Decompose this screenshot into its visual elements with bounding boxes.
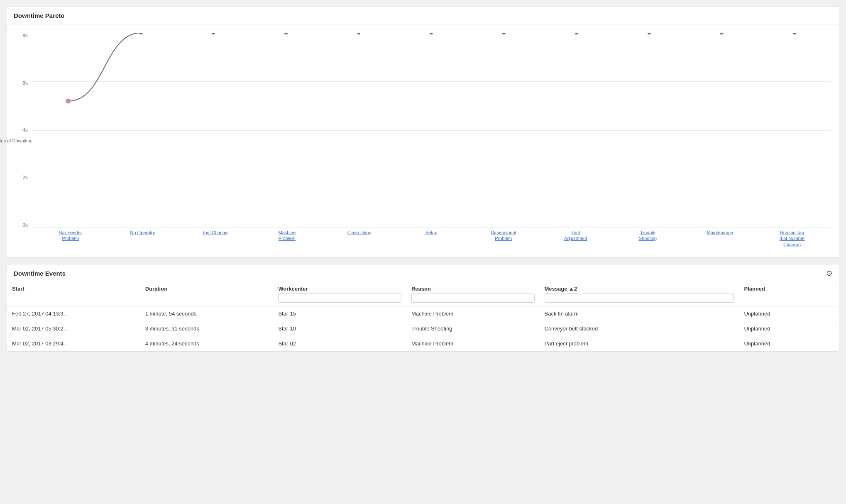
col-label: Message ▲2	[545, 286, 577, 292]
y-axis-label: Minutes of Downtime	[0, 138, 32, 143]
x-label[interactable]: DimensionalProblem	[469, 228, 538, 253]
cell-reason: Machine Problem	[406, 306, 540, 321]
download-icon[interactable]: ⊙	[826, 269, 832, 278]
cell-planned: Unplanned	[739, 321, 839, 336]
x-label[interactable]: Routing Tag(Lot NumberChange)	[758, 228, 826, 253]
cell-start: Mar 02, 2017 05:30:2...	[7, 321, 140, 336]
table-row: Mar 02, 2017 03:29:4...4 minutes, 24 sec…	[7, 336, 839, 351]
x-label[interactable]: ToolAdjustment	[541, 228, 610, 253]
x-label[interactable]: Tool Change	[181, 228, 249, 253]
cell-reason: Trouble Shooting	[406, 321, 540, 336]
cell-message: Conveyor belt stacked	[540, 321, 739, 336]
cell-reason: Machine Problem	[406, 336, 540, 351]
table-row: Feb 27, 2017 04:13:3...1 minute, 54 seco…	[7, 306, 839, 321]
events-header: Downtime Events ⊙	[7, 264, 839, 282]
col-header-planned: Planned	[739, 282, 839, 306]
col-label: Start	[12, 286, 24, 292]
col-header-duration: Duration	[140, 282, 274, 306]
col-header-message: Message ▲2	[540, 282, 739, 306]
pareto-title: Downtime Pareto	[7, 7, 839, 24]
x-label[interactable]: Setup	[397, 228, 466, 253]
col-header-start: Start	[7, 282, 140, 306]
x-label[interactable]: No Operator	[108, 228, 177, 253]
events-title: Downtime Events	[14, 270, 66, 277]
bars-area	[32, 33, 831, 228]
col-filter-workcenter[interactable]	[278, 294, 401, 303]
cell-message: Back fin alarm	[540, 306, 739, 321]
cell-message: Part eject problem	[540, 336, 739, 351]
events-card: Downtime Events ⊙ StartDurationWorkcente…	[7, 264, 839, 352]
col-label: Planned	[744, 286, 765, 292]
cell-workcenter: Star-02	[273, 336, 406, 351]
x-label[interactable]: Bar FeederProblem	[36, 228, 105, 253]
col-header-workcenter: Workcenter	[273, 282, 406, 306]
col-label: Reason	[411, 286, 431, 292]
cell-duration: 4 minutes, 24 seconds	[140, 336, 274, 351]
cell-duration: 3 minutes, 31 seconds	[140, 321, 274, 336]
x-label[interactable]: MachineProblem	[252, 228, 321, 253]
col-label: Duration	[145, 286, 167, 292]
x-label[interactable]: Maintenance	[685, 228, 754, 253]
col-label: Workcenter	[278, 286, 308, 292]
y-tick: 4k	[22, 127, 28, 133]
cell-start: Mar 02, 2017 03:29:4...	[7, 336, 140, 351]
table-row: Mar 02, 2017 05:30:2...3 minutes, 31 sec…	[7, 321, 839, 336]
y-tick: 6k	[22, 80, 28, 86]
x-label[interactable]: Clean chips	[325, 228, 394, 253]
x-label[interactable]: TroubleShooting	[614, 228, 682, 253]
pareto-card: Downtime Pareto Minutes of Downtime 8k6k…	[7, 7, 839, 257]
cell-planned: Unplanned	[739, 336, 839, 351]
col-header-reason: Reason	[406, 282, 540, 306]
pareto-chart: Minutes of Downtime 8k6k4k2k0k Bar Feede…	[7, 24, 839, 257]
cell-workcenter: Star-15	[273, 306, 406, 321]
x-labels: Bar FeederProblemNo OperatorTool ChangeM…	[32, 228, 831, 253]
cell-planned: Unplanned	[739, 306, 839, 321]
chart-inner: Bar FeederProblemNo OperatorTool ChangeM…	[32, 33, 831, 253]
y-tick: 2k	[22, 175, 28, 181]
events-table: StartDurationWorkcenterReasonMessage ▲2P…	[7, 282, 839, 351]
col-filter-message[interactable]	[545, 294, 734, 303]
cell-start: Feb 27, 2017 04:13:3...	[7, 306, 140, 321]
cell-duration: 1 minute, 54 seconds	[140, 306, 274, 321]
col-filter-reason[interactable]	[411, 294, 535, 303]
y-tick: 8k	[22, 33, 28, 39]
cell-workcenter: Star-10	[273, 321, 406, 336]
y-tick: 0k	[22, 222, 28, 228]
